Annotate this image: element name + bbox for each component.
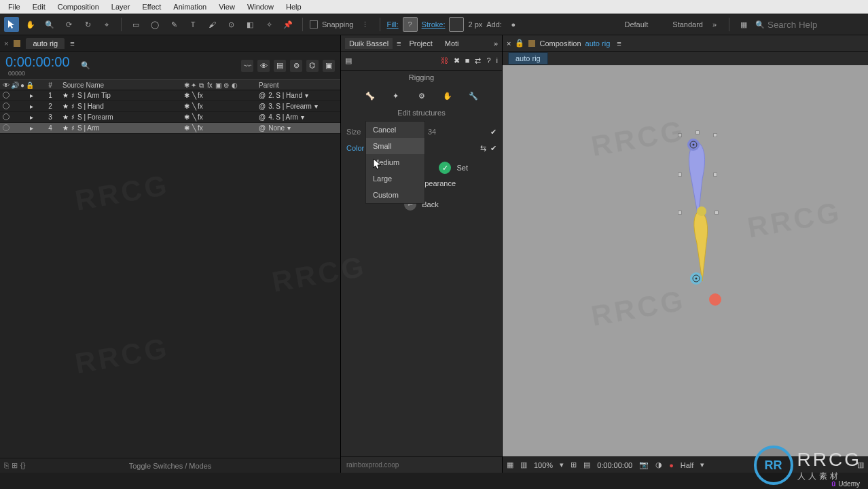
automation-icon[interactable]: ⇄ [475,56,481,65]
pen-tool-icon[interactable]: ✎ [166,17,181,32]
parent-dropdown[interactable]: 3. S | Forearm [268,103,312,110]
rotate-tool-icon[interactable]: ↻ [80,17,95,32]
parent-dropdown[interactable]: 4. S | Arm [268,113,298,121]
snapping-checkbox[interactable] [310,20,318,29]
breadcrumb-item[interactable]: auto rig [508,52,548,65]
timeline-tab[interactable]: auto rig [26,38,65,49]
pickwhip-icon[interactable]: @ [259,103,266,110]
lock-icon[interactable]: 🔒 [515,39,524,48]
snap-opts-icon[interactable]: ⋮ [358,17,373,32]
dropdown-arrow-icon[interactable]: ▾ [314,103,318,110]
expand-icon[interactable]: ▸ [30,92,33,99]
stroke-label[interactable]: Stroke: [422,20,446,29]
parent-dropdown[interactable]: 2. S | Hand [268,92,302,99]
zoom-tool-icon[interactable]: 🔍 [42,17,57,32]
layer-name[interactable]: S | Hand [77,103,104,110]
tab-menu-icon[interactable]: ≡ [397,39,401,48]
viewer-tab-name[interactable]: auto rig [585,39,611,48]
hand-tool-icon[interactable]: ✋ [23,17,38,32]
visibility-toggle[interactable] [3,103,10,109]
puppet-tool-icon[interactable]: 📌 [281,17,295,32]
camera-tool-icon[interactable]: ⌖ [99,17,114,32]
hand-icon[interactable]: ✋ [439,88,456,103]
add-button-icon[interactable]: ● [506,17,521,32]
col-parent[interactable]: Parent [259,82,340,89]
grid-icon[interactable]: ▦ [507,460,513,469]
pickwhip-icon[interactable]: @ [259,113,266,121]
menu-edit[interactable]: Edit [27,1,51,12]
footer-icon[interactable]: ⎘ [4,461,9,470]
dropdown-arrow-icon[interactable]: ▾ [305,92,308,99]
color-icon[interactable]: ● [669,461,674,469]
expand-icon[interactable]: ▸ [30,113,33,121]
footer-icon[interactable]: {} [20,461,25,470]
dropdown-medium[interactable]: Medium [366,154,424,170]
stamp-tool-icon[interactable]: ⊙ [223,17,238,32]
apply-icon[interactable]: ✔ [490,144,496,153]
tab-project[interactable]: Project [405,38,437,49]
snapshot-icon[interactable]: 📷 [639,460,649,469]
layer-name[interactable]: S | Forearm [77,113,113,121]
graph-icon[interactable]: 〰 [241,60,253,72]
fill-swatch[interactable]: ? [403,17,418,32]
preview-time[interactable]: 0:00:00:00 [597,461,632,469]
stroke-swatch[interactable] [449,17,464,32]
selection-handle[interactable] [713,133,717,137]
search-icon[interactable]: 🔍 [81,61,90,70]
menu-layer[interactable]: Layer [106,1,136,12]
toggle-switches-button[interactable]: Toggle Switches / Modes [129,462,212,470]
tab-duik[interactable]: Duik Bassel [345,38,393,49]
menu-file[interactable]: File [3,1,26,12]
menu-help[interactable]: Help [281,1,307,12]
selection-handle[interactable] [715,211,719,215]
stroke-px[interactable]: 2 px [468,20,482,29]
roto-tool-icon[interactable]: ✧ [261,17,276,32]
workspace-more-icon[interactable]: » [707,17,722,32]
constraints-icon[interactable]: ✖ [454,56,460,65]
set-button[interactable]: Set [456,164,468,172]
menu-animation[interactable]: Animation [168,1,212,12]
apply-icon[interactable]: ✔ [490,128,496,137]
ellipse-tool-icon[interactable]: ◯ [147,17,162,32]
chevron-down-icon[interactable]: ▾ [560,460,564,469]
notes-icon[interactable]: ▤ [345,56,352,65]
footer-icon[interactable]: ⊞ [12,461,18,470]
motion-blur-icon[interactable]: ⊚ [290,60,302,72]
text-tool-icon[interactable]: T [185,17,200,32]
selection-tool-icon[interactable] [4,17,19,32]
layer-row[interactable]: ▸ 4 ★♯S | Arm ✱╲fx @None▾ [0,123,340,134]
expand-icon[interactable]: ▸ [30,103,33,110]
selection-handle[interactable] [713,173,717,177]
panel-icon[interactable]: ▦ [736,17,751,32]
fill-label[interactable]: Fill: [387,20,399,29]
pickwhip-icon[interactable]: @ [259,124,266,132]
dropdown-large[interactable]: Large [366,170,424,187]
dropdown-arrow-icon[interactable]: ▾ [301,113,304,121]
search-help-input[interactable] [767,20,849,30]
workspace-standard[interactable]: Standard [672,20,703,29]
tab-menu-icon[interactable]: ≡ [70,39,74,48]
workspace-default[interactable]: Default [624,20,648,29]
selection-handle[interactable] [695,130,700,134]
menu-window[interactable]: Window [242,1,279,12]
eraser-tool-icon[interactable]: ◧ [242,17,257,32]
joint-wrist[interactable] [690,272,702,285]
pickwhip-icon[interactable]: @ [259,92,266,99]
dropdown-arrow-icon[interactable]: ▾ [287,124,291,132]
bone-icon[interactable]: 🦴 [362,88,378,103]
frame-blend-icon[interactable]: ▤ [274,60,286,72]
col-source-name[interactable]: Source Name [60,82,184,89]
expand-icon[interactable]: ▸ [30,124,33,132]
rect-tool-icon[interactable]: ▭ [128,17,143,32]
rigging-icon[interactable]: ⛓ [441,56,448,65]
dropdown-small[interactable]: Small [366,138,424,154]
brain-icon[interactable]: ⌬ [306,60,319,72]
resolution-dropdown[interactable]: Half [681,461,694,469]
layer-name[interactable]: S | Arm [77,124,100,132]
help-icon[interactable]: ? [486,56,490,65]
visibility-toggle[interactable] [3,92,10,98]
camera-icon[interactable]: ■ [465,56,470,65]
brush-tool-icon[interactable]: 🖌 [204,17,219,32]
visibility-toggle[interactable] [3,124,10,131]
channel-icon[interactable]: ▤ [583,460,590,469]
